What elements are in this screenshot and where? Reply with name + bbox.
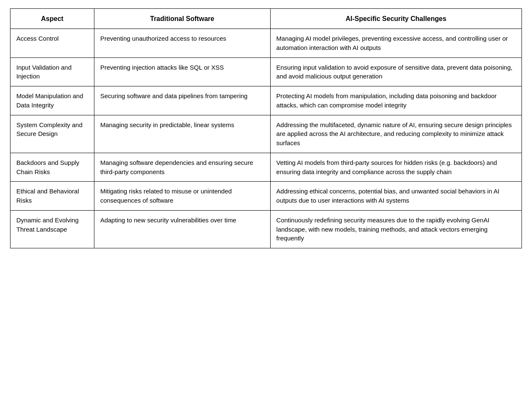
cell-ai-challenges-3: Addressing the multifaceted, dynamic nat… — [270, 115, 522, 153]
cell-traditional-4: Managing software dependencies and ensur… — [94, 153, 270, 182]
cell-traditional-2: Securing software and data pipelines fro… — [94, 86, 270, 115]
cell-aspect-3: System Complexity and Secure Design — [10, 115, 94, 153]
cell-aspect-4: Backdoors and Supply Chain Risks — [10, 153, 94, 182]
cell-aspect-5: Ethical and Behavioral Risks — [10, 182, 94, 211]
cell-ai-challenges-0: Managing AI model privileges, preventing… — [270, 29, 522, 58]
comparison-table: Aspect Traditional Software AI-Specific … — [10, 8, 522, 248]
table-header-row: Aspect Traditional Software AI-Specific … — [10, 9, 522, 29]
table-row: Ethical and Behavioral RisksMitigating r… — [10, 182, 522, 211]
header-traditional: Traditional Software — [94, 9, 270, 29]
header-ai-challenges: AI-Specific Security Challenges — [270, 9, 522, 29]
cell-ai-challenges-5: Addressing ethical concerns, potential b… — [270, 182, 522, 211]
header-aspect: Aspect — [10, 9, 94, 29]
cell-aspect-2: Model Manipulation and Data Integrity — [10, 86, 94, 115]
table-row: Access ControlPreventing unauthorized ac… — [10, 29, 522, 58]
cell-traditional-5: Mitigating risks related to misuse or un… — [94, 182, 270, 211]
cell-aspect-0: Access Control — [10, 29, 94, 58]
cell-traditional-3: Managing security in predictable, linear… — [94, 115, 270, 153]
main-table-container: Aspect Traditional Software AI-Specific … — [10, 8, 522, 248]
table-row: Model Manipulation and Data IntegritySec… — [10, 86, 522, 115]
cell-ai-challenges-1: Ensuring input validation to avoid expos… — [270, 57, 522, 86]
cell-ai-challenges-6: Continuously redefining security measure… — [270, 210, 522, 248]
table-row: Dynamic and Evolving Threat LandscapeAda… — [10, 210, 522, 248]
cell-ai-challenges-4: Vetting AI models from third-party sourc… — [270, 153, 522, 182]
cell-aspect-1: Input Validation and Injection — [10, 57, 94, 86]
cell-aspect-6: Dynamic and Evolving Threat Landscape — [10, 210, 94, 248]
table-row: Backdoors and Supply Chain RisksManaging… — [10, 153, 522, 182]
table-row: Input Validation and InjectionPreventing… — [10, 57, 522, 86]
table-row: System Complexity and Secure DesignManag… — [10, 115, 522, 153]
cell-traditional-0: Preventing unauthorized access to resour… — [94, 29, 270, 58]
cell-traditional-6: Adapting to new security vulnerabilities… — [94, 210, 270, 248]
cell-ai-challenges-2: Protecting AI models from manipulation, … — [270, 86, 522, 115]
cell-traditional-1: Preventing injection attacks like SQL or… — [94, 57, 270, 86]
